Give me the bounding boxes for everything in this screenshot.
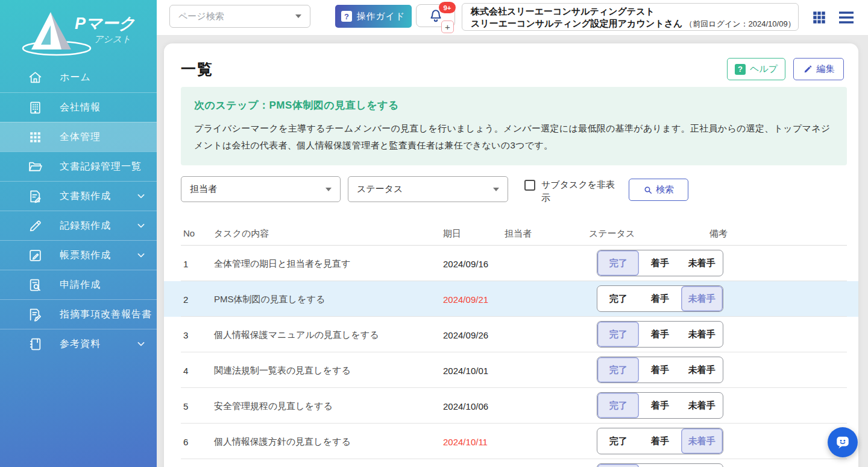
status-option[interactable]: 着手	[639, 428, 681, 454]
status-option[interactable]: 着手	[639, 464, 681, 467]
chevron-down-icon	[135, 220, 147, 232]
status-option[interactable]: 未着手	[681, 250, 723, 276]
sidebar-item-label: 文書記録管理一覧	[60, 160, 147, 173]
column-header-2: 期日	[443, 228, 461, 240]
sidebar-item-label: 文書類作成	[60, 190, 135, 203]
sidebar-item-9[interactable]: 参考資料	[0, 329, 157, 358]
sidebar-item-4[interactable]: 文書類作成	[0, 181, 157, 211]
apps-grid-button[interactable]	[811, 10, 827, 25]
due-date: 2024/10/11	[443, 436, 488, 446]
assignee-filter-select[interactable]: 担当者	[181, 176, 341, 202]
status-filter-label: ステータス	[357, 183, 493, 195]
search-button[interactable]: 検索	[629, 179, 688, 201]
status-option[interactable]: 完了	[597, 357, 639, 383]
sidebar-item-0[interactable]: ホーム	[0, 63, 157, 92]
status-option[interactable]: 完了	[597, 286, 639, 311]
grid-icon	[28, 130, 43, 145]
page-title: 一覧	[181, 59, 213, 79]
status-option[interactable]: 完了	[597, 464, 639, 467]
guide-button[interactable]: 操作ガイド	[335, 5, 412, 28]
task-name: 安全管理規程の見直しをする	[214, 400, 333, 411]
chat-smiley-icon	[835, 434, 851, 450]
sidebar-item-3[interactable]: 文書記録管理一覧	[0, 151, 157, 181]
status-option[interactable]: 未着手	[681, 393, 723, 418]
search-button-label: 検索	[656, 184, 674, 195]
status-option[interactable]: 未着手	[681, 322, 723, 347]
apps-grid-icon	[811, 10, 827, 25]
row-number: 2	[183, 294, 188, 304]
chevron-down-icon	[135, 190, 147, 202]
sidebar-item-8[interactable]: 指摘事項改善報告書	[0, 299, 157, 329]
chat-launcher-button[interactable]	[828, 427, 858, 457]
column-header-1: タスクの内容	[214, 228, 269, 240]
book-icon	[28, 337, 43, 352]
status-option[interactable]: 着手	[639, 286, 681, 311]
table-row: 3個人情報保護マニュアルの見直しをする2024/09/26完了着手未着手	[164, 317, 858, 352]
chevron-down-icon	[135, 249, 147, 261]
hide-subtask-label: サブタスクを非表示	[541, 178, 622, 205]
square-pencil-icon	[28, 248, 43, 263]
sidebar-item-label: 会社情報	[60, 101, 147, 114]
account-info[interactable]: 株式会社スリーエーコンサルティングテスト スリーエーコンサルティング設定用アカウ…	[462, 3, 799, 31]
sidebar-item-2[interactable]: 全体管理	[0, 122, 157, 151]
edit-button[interactable]: 編集	[793, 58, 844, 80]
account-company: 株式会社スリーエーコンサルティングテスト	[471, 5, 790, 17]
account-user: スリーエーコンサルティング設定用アカウントさん	[471, 18, 682, 28]
status-option[interactable]: 未着手	[681, 357, 723, 383]
last-login: （前回ログイン：2024/10/09）	[685, 19, 795, 28]
help-button-label: ヘルプ	[750, 63, 778, 75]
guide-button-label: 操作ガイド	[356, 11, 405, 22]
column-header-0: No	[183, 228, 195, 238]
due-date: 2024/10/01	[443, 365, 488, 375]
task-name: 個人情報保護マニュアルの見直しをする	[214, 329, 379, 340]
question-icon	[341, 11, 352, 22]
column-header-4: ステータス	[589, 228, 635, 240]
status-option[interactable]: 未着手	[681, 286, 723, 311]
app-logo[interactable]: Pマーク アシスト	[0, 0, 157, 63]
column-header-3: 担当者	[505, 228, 532, 240]
folder-icon	[28, 159, 43, 174]
chevron-down-icon	[295, 14, 301, 18]
sidebar-item-1[interactable]: 会社情報	[0, 92, 157, 122]
status-segmented-control: 完了着手未着手	[597, 250, 723, 276]
next-step-heading: 次のステップ：PMS体制図の見直しをする	[194, 98, 834, 112]
page-search-select[interactable]: ページ検索	[169, 5, 310, 28]
hide-subtask-checkbox-group[interactable]: サブタスクを非表示	[524, 178, 622, 205]
assignee-filter-label: 担当者	[190, 183, 326, 195]
status-option[interactable]: 完了	[597, 428, 639, 454]
task-name: PMS体制図の見直しをする	[214, 293, 325, 305]
task-table-body: 1全体管理の期日と担当者を見直す2024/09/16完了着手未着手2PMS体制図…	[164, 246, 858, 467]
due-date: 2024/09/26	[443, 329, 488, 340]
task-name: 個人情報保護方針の見直しをする	[214, 436, 351, 447]
sidebar-item-5[interactable]: 記録類作成	[0, 211, 157, 240]
row-number: 6	[183, 436, 188, 446]
status-option[interactable]: 着手	[639, 393, 681, 418]
due-date: 2024/09/16	[443, 258, 488, 268]
status-filter-select[interactable]: ステータス	[348, 176, 508, 202]
chevron-down-icon	[326, 188, 332, 191]
status-option[interactable]: 完了	[597, 393, 639, 418]
task-name: 全体管理の期日と担当者を見直す	[214, 258, 350, 269]
status-option[interactable]: 完了	[597, 250, 639, 276]
status-option[interactable]: 着手	[639, 322, 681, 347]
pencil-icon	[803, 65, 813, 74]
home-icon	[28, 70, 43, 85]
help-button[interactable]: ヘルプ	[727, 58, 785, 80]
sidebar-item-label: 申請作成	[60, 279, 147, 291]
sidebar-item-label: 記録類作成	[60, 220, 135, 232]
status-option[interactable]: 完了	[597, 322, 639, 347]
hamburger-menu-icon	[838, 10, 855, 25]
sidebar-item-6[interactable]: 帳票類作成	[0, 240, 157, 270]
menu-button[interactable]	[838, 10, 855, 25]
status-option[interactable]: 未着手	[681, 464, 723, 467]
table-row: 5安全管理規程の見直しをする2024/10/06完了着手未着手	[164, 388, 858, 424]
notification-plus-button[interactable]	[441, 21, 454, 33]
status-option[interactable]: 着手	[639, 250, 681, 276]
logo-subtitle-text: アシスト	[94, 34, 131, 44]
status-option[interactable]: 着手	[639, 357, 681, 383]
hide-subtask-checkbox[interactable]	[524, 180, 535, 191]
sidebar-item-7[interactable]: 申請作成	[0, 270, 157, 299]
document-search-icon	[28, 278, 43, 293]
chevron-down-icon	[493, 188, 499, 191]
status-option[interactable]: 未着手	[681, 428, 723, 454]
